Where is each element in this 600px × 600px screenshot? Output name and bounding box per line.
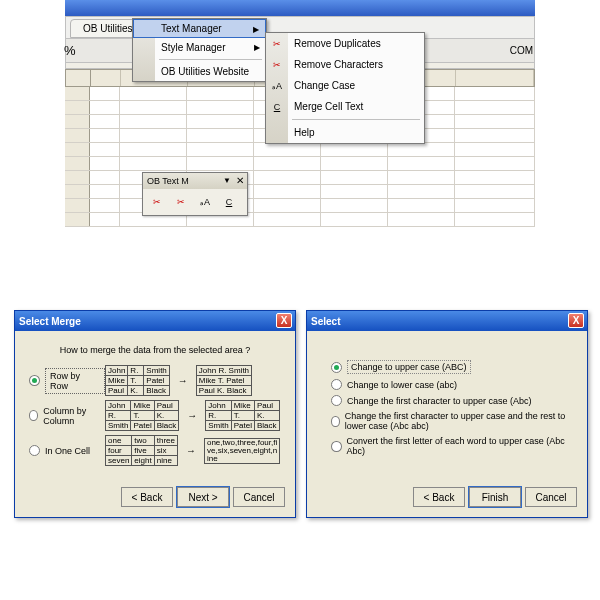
back-button[interactable]: < Back [413,487,465,507]
dialog-title: Select [311,316,340,327]
submenu-label: Remove Duplicates [294,38,381,49]
cancel-button[interactable]: Cancel [233,487,285,507]
radio-icon [331,362,342,373]
corner-cell [66,70,91,86]
select-case-dialog: Select X Change to upper case (ABC) Chan… [306,310,588,518]
change-case-button[interactable]: ₐA [193,191,217,213]
floating-toolbar-label: OB Text M [147,176,189,186]
example-source-table: JohnR.Smith MikeT.Patel PaulK.Black [105,365,170,396]
radio-label: Column by Column [43,406,105,426]
radio-label: In One Cell [45,446,90,456]
text-manager-submenu: ✂ Remove Duplicates ✂ Remove Characters … [265,32,425,144]
radio-icon [29,445,40,456]
submenu-merge-cell-text[interactable]: C Merge Cell Text [266,96,424,117]
dialog-titlebar[interactable]: Select Merge X [15,311,295,331]
radio-column-by-column[interactable]: Column by Column [29,406,105,426]
menu-style-manager[interactable]: Style Manager ▶ [133,38,266,57]
ob-utilities-menu: Text Manager ▶ Style Manager ▶ OB Utilit… [132,18,267,82]
floating-toolbar-buttons: ✂ ✂ ₐA C [143,189,247,215]
floating-toolbar-title[interactable]: OB Text M ▼ ✕ [143,173,247,189]
remove-characters-button[interactable]: ✂ [169,191,193,213]
radio-row-by-row[interactable]: Row by Row [29,368,105,394]
percent-icon: % [64,43,76,58]
dropdown-arrow-icon[interactable]: ▼ [223,176,231,185]
floating-toolbar[interactable]: OB Text M ▼ ✕ ✂ ✂ ₐA C [142,172,248,216]
finish-button[interactable]: Finish [469,487,521,507]
close-button[interactable]: X [568,313,584,328]
radio-first-upper-rest-lower[interactable]: Change the first character to upper case… [331,411,573,431]
radio-each-word[interactable]: Convert the first letter of each word to… [331,436,573,456]
dialog-title: Select Merge [19,316,81,327]
submenu-arrow-icon: ▶ [253,25,259,34]
submenu-label: Help [294,127,315,138]
radio-icon [331,395,342,406]
radio-label: Convert the first letter of each word to… [347,436,573,456]
menu-website[interactable]: OB Utilities Website [133,62,266,81]
close-button[interactable]: X [276,313,292,328]
merge-cells-icon: C [269,100,285,114]
arrow-right-icon: → [187,410,197,421]
fragment-text: COM [510,45,533,56]
remove-duplicates-icon: ✂ [269,37,285,51]
radio-icon [331,416,340,427]
radio-icon [331,379,342,390]
example-result-table: JohnMikePaul R.T.K. SmithPatelBlack [205,400,279,431]
example-result-table: one,two,three,four,fi ve,six,seven,eight… [204,438,280,464]
close-icon[interactable]: ✕ [236,175,244,186]
radio-upper-case[interactable]: Change to upper case (ABC) [331,360,573,374]
cancel-button[interactable]: Cancel [525,487,577,507]
submenu-label: Remove Characters [294,59,383,70]
select-merge-dialog: Select Merge X How to merge the data fro… [14,310,296,518]
remove-characters-icon: ✂ [269,58,285,72]
dialog-buttons: < Back Finish Cancel [307,481,587,517]
example-source-table: JohnMikePaul R.T.K. SmithPatelBlack [105,400,179,431]
example-source-table: onetwothree fourfivesix seveneightnine [105,435,178,466]
change-case-icon: ₐA [269,79,285,93]
radio-label: Row by Row [45,368,105,394]
merge-cells-button[interactable]: C [217,191,241,213]
option-row-by-row: Row by Row JohnR.Smith MikeT.Patel PaulK… [29,365,281,396]
radio-label: Change the first character to upper case… [345,411,573,431]
submenu-help[interactable]: Help [266,122,424,143]
radio-icon [29,410,38,421]
menu-label: Text Manager [161,23,222,34]
menubar: OB Utilities Text Manager ▶ Style Manage… [65,16,535,39]
col-header[interactable] [456,70,534,86]
submenu-arrow-icon: ▶ [254,43,260,52]
radio-lower-case[interactable]: Change to lower case (abc) [331,379,573,390]
radio-icon [29,375,40,386]
app-frame: OB Utilities Text Manager ▶ Style Manage… [65,0,535,227]
submenu-label: Merge Cell Text [294,101,363,112]
menu-label: OB Utilities Website [161,66,249,77]
radio-icon [331,441,342,452]
dialog-question: How to merge the data from the selected … [29,345,281,355]
menu-label: Style Manager [161,42,225,53]
radio-label: Change the first character to upper case… [347,396,532,406]
remove-duplicates-button[interactable]: ✂ [145,191,169,213]
dialog-titlebar[interactable]: Select X [307,311,587,331]
next-button[interactable]: Next > [177,487,229,507]
back-button[interactable]: < Back [121,487,173,507]
radio-in-one-cell[interactable]: In One Cell [29,445,105,456]
dialog-body: Change to upper case (ABC) Change to low… [307,331,587,481]
radio-label: Change to lower case (abc) [347,380,457,390]
arrow-right-icon: → [178,375,188,386]
col-header[interactable] [91,70,121,86]
menu-separator [292,119,420,120]
radio-first-upper[interactable]: Change the first character to upper case… [331,395,573,406]
dialog-body: How to merge the data from the selected … [15,331,295,481]
example-result-table: John R. Smith Mike T. Patel Paul K. Blac… [196,365,252,396]
submenu-remove-duplicates[interactable]: ✂ Remove Duplicates [266,33,424,54]
dialog-buttons: < Back Next > Cancel [15,481,295,517]
submenu-remove-characters[interactable]: ✂ Remove Characters [266,54,424,75]
radio-label: Change to upper case (ABC) [347,360,471,374]
option-in-one-cell: In One Cell onetwothree fourfivesix seve… [29,435,281,466]
menu-text-manager[interactable]: Text Manager ▶ [133,19,266,38]
arrow-right-icon: → [186,445,196,456]
submenu-change-case[interactable]: ₐA Change Case [266,75,424,96]
option-column-by-column: Column by Column JohnMikePaul R.T.K. Smi… [29,400,281,431]
submenu-label: Change Case [294,80,355,91]
menu-separator [159,59,262,60]
titlebar [65,0,535,16]
